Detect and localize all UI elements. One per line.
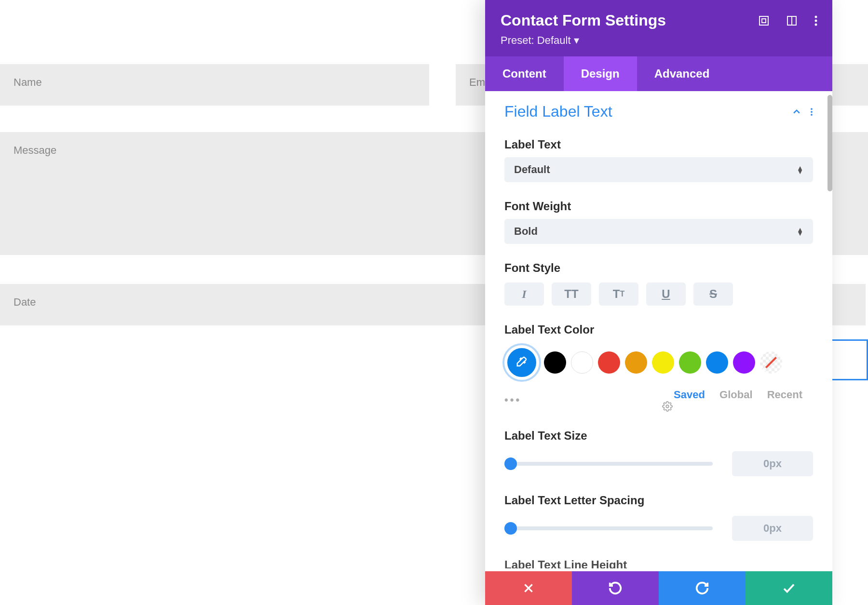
- color-tab-global[interactable]: Global: [719, 389, 752, 401]
- strikethrough-button[interactable]: S: [693, 282, 733, 306]
- svg-point-6: [815, 23, 817, 26]
- caret-down-icon: ▾: [574, 34, 579, 46]
- svg-point-7: [811, 108, 813, 110]
- color-tab-saved[interactable]: Saved: [674, 389, 705, 401]
- modal-title: Contact Form Settings: [501, 12, 666, 29]
- eyedropper-swatch[interactable]: [504, 345, 539, 380]
- font-weight-select[interactable]: Bold ▲▼: [504, 219, 813, 244]
- label-text-select[interactable]: Default ▲▼: [504, 157, 813, 182]
- color-swatch-yellow[interactable]: [652, 351, 674, 374]
- svg-point-4: [815, 15, 817, 18]
- redo-button[interactable]: [659, 571, 746, 605]
- gear-icon[interactable]: [662, 401, 813, 412]
- letter-spacing-label: Label Text Letter Spacing: [504, 494, 813, 507]
- svg-rect-0: [760, 16, 768, 25]
- slider-thumb[interactable]: [504, 522, 517, 535]
- modal-footer: [485, 571, 832, 605]
- sort-icon: ▲▼: [797, 228, 803, 236]
- preset-label[interactable]: Preset: Default ▾: [501, 34, 818, 47]
- svg-point-9: [811, 114, 813, 116]
- layout-icon[interactable]: [786, 15, 798, 27]
- font-style-label: Font Style: [504, 261, 813, 275]
- more-dots-icon[interactable]: •••: [504, 394, 521, 406]
- section-title[interactable]: Field Label Text: [504, 103, 612, 121]
- color-swatch-orange[interactable]: [625, 351, 647, 374]
- smallcaps-button[interactable]: TT: [599, 282, 638, 306]
- select-value: Bold: [514, 225, 538, 238]
- svg-point-8: [811, 111, 813, 113]
- color-swatch-red[interactable]: [598, 351, 620, 374]
- label-text-color-label: Label Text Color: [504, 323, 813, 336]
- field-name[interactable]: Name: [0, 64, 429, 106]
- svg-point-5: [815, 19, 817, 22]
- color-swatch-blue[interactable]: [706, 351, 728, 374]
- label-text-size-label: Label Text Size: [504, 429, 813, 443]
- slider-thumb[interactable]: [504, 457, 517, 470]
- color-swatch-white[interactable]: [571, 351, 593, 374]
- italic-button[interactable]: I: [504, 282, 544, 306]
- text-size-slider[interactable]: [504, 462, 713, 466]
- kebab-menu-icon[interactable]: [814, 15, 818, 27]
- tab-content[interactable]: Content: [485, 56, 564, 91]
- label-text-label: Label Text: [504, 138, 813, 151]
- text-size-value[interactable]: 0px: [732, 451, 813, 476]
- undo-button[interactable]: [572, 571, 659, 605]
- chevron-up-icon[interactable]: [792, 107, 801, 117]
- uppercase-button[interactable]: TT: [552, 282, 591, 306]
- tab-design[interactable]: Design: [564, 56, 637, 91]
- line-height-label: Label Text Line Height: [504, 558, 813, 568]
- letter-spacing-value[interactable]: 0px: [732, 516, 813, 541]
- tab-advanced[interactable]: Advanced: [637, 56, 727, 91]
- underline-button[interactable]: U: [646, 282, 686, 306]
- cancel-button[interactable]: [485, 571, 572, 605]
- modal-body: Field Label Text Label Text Default ▲▼ F…: [485, 91, 832, 568]
- modal-header: Contact Form Settings Preset: Default ▾: [485, 0, 832, 56]
- confirm-button[interactable]: [746, 571, 832, 605]
- color-swatch-purple[interactable]: [733, 351, 755, 374]
- scrollbar[interactable]: [827, 95, 832, 191]
- kebab-menu-icon[interactable]: [810, 107, 813, 117]
- font-weight-label: Font Weight: [504, 200, 813, 213]
- color-swatch-black[interactable]: [544, 351, 566, 374]
- color-tab-recent[interactable]: Recent: [767, 389, 802, 401]
- tab-bar: Content Design Advanced: [485, 56, 832, 91]
- settings-modal: Contact Form Settings Preset: Default ▾ …: [485, 0, 832, 605]
- color-swatch-green[interactable]: [679, 351, 701, 374]
- color-swatch-none[interactable]: [760, 351, 782, 374]
- letter-spacing-slider[interactable]: [504, 526, 713, 530]
- svg-rect-1: [762, 19, 766, 23]
- sort-icon: ▲▼: [797, 166, 803, 174]
- select-value: Default: [514, 163, 550, 176]
- svg-point-10: [666, 405, 669, 408]
- expand-icon[interactable]: [758, 15, 770, 27]
